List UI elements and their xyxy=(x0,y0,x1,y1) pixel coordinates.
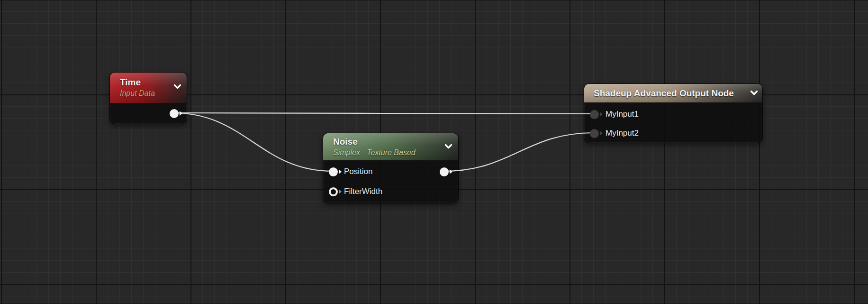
pin-label-position: Position xyxy=(344,167,372,176)
pin-noise-output-result[interactable] xyxy=(440,167,449,176)
chevron-down-icon[interactable] xyxy=(173,84,181,90)
wire-time-output-to-shadeup-MyInput1[interactable] xyxy=(173,113,594,114)
graph-canvas[interactable]: Time Input Data Noise Simplex - Texture … xyxy=(0,0,868,304)
node-title: Shadeup Advanced Output Node xyxy=(594,84,734,102)
node-noise[interactable]: Noise Simplex - Texture Based Position F… xyxy=(323,133,459,203)
pin-label-myinput1: MyInput1 xyxy=(606,110,639,119)
pin-time-output[interactable] xyxy=(170,109,179,118)
wire-noise-result-to-shadeup-MyInput2[interactable] xyxy=(443,133,594,171)
chevron-down-icon[interactable] xyxy=(444,144,452,149)
node-subtitle: Simplex - Texture Based xyxy=(333,148,458,157)
pin-shadeup-input-myinput1[interactable] xyxy=(590,110,599,119)
node-shadeup-output[interactable]: Shadeup Advanced Output Node MyInput1 My… xyxy=(584,83,763,143)
node-subtitle: Input Data xyxy=(120,89,187,98)
node-title: Noise xyxy=(333,137,458,147)
wire-time-output-to-noise-Position[interactable] xyxy=(173,113,333,171)
node-time[interactable]: Time Input Data xyxy=(109,72,187,124)
node-time-header[interactable]: Time Input Data xyxy=(110,73,187,103)
node-shadeup-header[interactable]: Shadeup Advanced Output Node xyxy=(584,84,762,102)
pin-shadeup-input-myinput2[interactable] xyxy=(590,129,599,138)
pin-noise-input-position[interactable] xyxy=(329,167,338,176)
pin-noise-input-filterwidth[interactable] xyxy=(329,187,338,196)
pin-label-filterwidth: FilterWidth xyxy=(344,187,382,196)
pin-label-myinput2: MyInput2 xyxy=(606,129,639,138)
chevron-down-icon[interactable] xyxy=(750,90,758,96)
node-noise-header[interactable]: Noise Simplex - Texture Based xyxy=(323,133,458,160)
